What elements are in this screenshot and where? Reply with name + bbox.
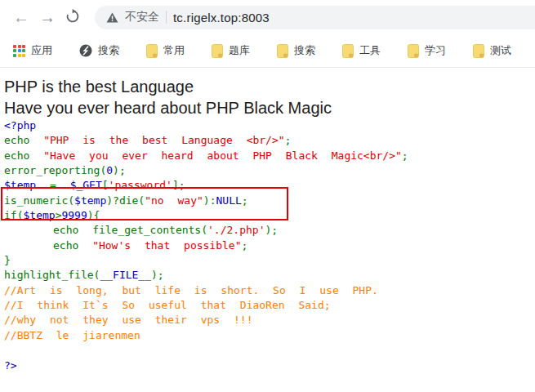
- bookmarks-bar: 应用搜索常用题库搜索工具学习测试: [0, 34, 535, 68]
- bookmark-label: 应用: [31, 43, 52, 58]
- code-line: echo file_get_contents('./2.php');: [4, 223, 535, 238]
- php-code: <?phpecho "PHP is the best Language <br/…: [4, 118, 535, 373]
- code-line: ?>: [4, 359, 535, 373]
- code-line: is_numeric($temp)?die("no way"):NULL;: [4, 194, 535, 208]
- browser-toolbar: ← → 不安全 tc.rigelx.top:8003: [0, 0, 535, 34]
- code-line: //BBTZ le jiarenmen: [4, 328, 535, 343]
- code-line: error_reporting(0);: [4, 163, 535, 178]
- bookmark-label: 搜索: [98, 43, 119, 58]
- code-line: [4, 343, 535, 358]
- code-line: echo "PHP is the best Language <br/>";: [4, 133, 535, 148]
- code-line: //Art is long, but life is short. So I u…: [4, 283, 535, 298]
- code-line: if($temp>9999){: [4, 208, 535, 223]
- folder-icon: [146, 44, 158, 58]
- bookmark-item[interactable]: 搜索: [79, 43, 119, 58]
- apps-grid-icon: [13, 45, 25, 57]
- bookmark-item[interactable]: 应用: [13, 43, 52, 58]
- reload-icon: [65, 9, 80, 26]
- bookmark-item[interactable]: 学习: [408, 43, 446, 58]
- bookmark-label: 题库: [229, 43, 250, 58]
- code-line: highlight_file(__FILE__);: [4, 268, 535, 283]
- bookmark-label: 搜索: [294, 43, 315, 58]
- omnibox-divider: [166, 11, 167, 24]
- folder-icon: [277, 44, 288, 58]
- code-line: //why not they use their vps !!!: [4, 313, 535, 327]
- folder-icon: [212, 44, 223, 58]
- warning-triangle-icon: [106, 12, 118, 23]
- bookmark-label: 工具: [359, 43, 381, 58]
- bookmark-item[interactable]: 常用: [146, 43, 185, 58]
- url-text[interactable]: tc.rigelx.top:8003: [173, 11, 270, 24]
- back-button[interactable]: ←: [8, 9, 34, 25]
- page-title: PHP is the best Language: [4, 76, 535, 97]
- code-line: echo "Have you ever heard about PHP Blac…: [4, 149, 535, 163]
- folder-icon: [473, 44, 484, 58]
- bookmark-label: 测试: [490, 43, 511, 58]
- code-line: //I think It`s So useful that DiaoRen Sa…: [4, 298, 535, 313]
- bookmark-label: 常用: [163, 43, 185, 58]
- security-label[interactable]: 不安全: [125, 10, 159, 24]
- bookmark-item[interactable]: 搜索: [277, 43, 315, 58]
- page-content: PHP is the best Language Have you ever h…: [0, 68, 535, 373]
- address-bar[interactable]: 不安全 tc.rigelx.top:8003: [95, 6, 535, 29]
- reload-button[interactable]: [60, 9, 85, 26]
- bookmark-item[interactable]: 测试: [473, 43, 511, 58]
- bookmark-item[interactable]: 工具: [342, 43, 381, 58]
- code-line: <?php: [4, 118, 535, 133]
- bookmark-item[interactable]: 题库: [212, 43, 250, 58]
- folder-icon: [408, 44, 419, 58]
- folder-icon: [342, 44, 354, 58]
- code-line: $temp = $_GET['password'];: [4, 178, 535, 193]
- code-line: }: [4, 253, 535, 268]
- bookmark-label: 学习: [425, 43, 446, 58]
- forward-button[interactable]: →: [34, 9, 60, 25]
- globe-icon: [79, 44, 92, 57]
- code-line: echo "How's that possible";: [4, 238, 535, 253]
- page-subtitle: Have you ever heard about PHP Black Magi…: [4, 97, 535, 118]
